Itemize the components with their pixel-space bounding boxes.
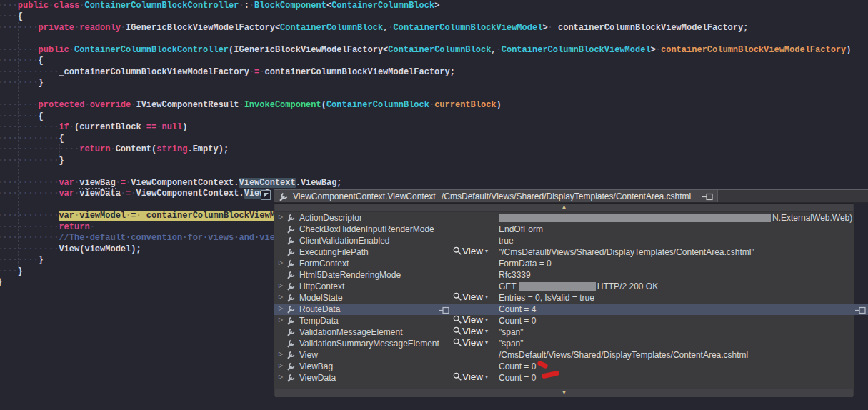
member-name: CheckBoxHiddenInputRenderMode	[299, 224, 434, 234]
code-line: ········protected·override·IViewComponen…	[0, 100, 851, 111]
datatip-row-FormContext[interactable]: ▷FormContextFormData = 0	[274, 258, 854, 269]
code-token: public	[39, 45, 69, 55]
code-token: ·	[121, 23, 126, 33]
member-value: Rfc3339	[452, 270, 854, 280]
code-token: {	[18, 11, 23, 21]
value-text: Count = 4	[499, 304, 536, 314]
indent-guide	[39, 122, 39, 255]
code-token: override	[90, 100, 131, 110]
datatip-row-Html5DateRenderingMode[interactable]: Html5DateRenderingModeRfc3339	[274, 269, 854, 281]
code-line: ············var·viewBag·=·ViewComponentC…	[0, 178, 851, 189]
value-text: "span"	[499, 339, 524, 349]
member-name: ActionDescriptor	[299, 213, 362, 223]
value-text: Count = 0	[499, 316, 536, 326]
code-token: .	[234, 178, 239, 188]
code-token: {	[39, 111, 44, 121]
wrench-icon	[286, 213, 296, 224]
member-name: HttpContext	[299, 281, 344, 291]
view-value-button[interactable]: View▾	[453, 246, 488, 256]
code-line: ············_containerColumnBlockViewMod…	[0, 67, 851, 79]
code-line: ········{	[0, 56, 851, 67]
expand-arrow-icon[interactable]: ▷	[279, 362, 283, 369]
value-text: FormData = 0	[499, 259, 552, 269]
code-token: string	[156, 144, 187, 154]
datatip-collapse-button[interactable]	[261, 190, 271, 200]
code-line	[0, 89, 851, 101]
expand-arrow-icon[interactable]: ▷	[279, 282, 283, 289]
code-token: ·	[239, 100, 244, 110]
scroll-up-strip[interactable]: ▲	[275, 204, 853, 212]
datatip-row-TempData[interactable]: ▷TempDataView▾Count = 0	[274, 315, 854, 326]
code-token: ············	[0, 244, 59, 254]
datatip-row-ValidationSummaryMessageElement[interactable]: ValidationSummaryMessageElementView▾"spa…	[274, 338, 854, 349]
pin-icon[interactable]	[702, 193, 713, 203]
code-token: ············	[0, 178, 59, 188]
code-token: null	[161, 122, 182, 132]
datatip-row-ActionDescriptor[interactable]: ▷ActionDescriptorN.ExternalWeb.Web)	[274, 212, 854, 224]
code-token: ····	[0, 1, 18, 11]
chevron-down-icon: ▾	[485, 339, 488, 346]
value-text: Entries = 0, IsValid = true	[499, 293, 594, 303]
code-token: ············	[0, 67, 59, 77]
datatip-row-CheckBoxHiddenInputRenderMode[interactable]: CheckBoxHiddenInputRenderModeEndOfForm	[274, 224, 854, 235]
wrench-icon	[286, 350, 296, 361]
chevron-down-icon: ▾	[485, 374, 488, 380]
code-token: viewData	[79, 189, 121, 199]
code-token: ,	[491, 45, 496, 55]
datatip-row-View[interactable]: ▷View/CmsDefault/Views/Shared/DisplayTem…	[274, 349, 854, 361]
datatip-row-ClientValidationEnabled[interactable]: ClientValidationEnabledtrue	[274, 235, 854, 246]
expand-arrow-icon[interactable]: ▷	[279, 294, 283, 300]
code-line: ············if·(currentBlock·==·null)	[0, 122, 851, 134]
datatip-row-ViewBag[interactable]: ▷ViewBagCount = 0	[274, 361, 854, 372]
scroll-down-strip[interactable]: ▼	[275, 389, 853, 397]
pin-icon[interactable]	[439, 306, 449, 316]
member-name: ClientValidationEnabled	[299, 236, 390, 246]
code-token: if	[59, 122, 69, 132]
view-value-button[interactable]: View▾	[453, 291, 488, 302]
view-label: View	[462, 291, 483, 302]
expand-arrow-icon[interactable]: ▷	[279, 374, 283, 380]
value-text: GET	[499, 281, 519, 291]
datatip-row-HttpContext[interactable]: ▷HttpContextGET HTTP/2 200 OK	[274, 281, 854, 292]
datatip-row-ValidationMessageElement[interactable]: ValidationMessageElementView▾"span"	[274, 326, 854, 338]
code-token: >	[542, 23, 547, 33]
view-value-button[interactable]: View▾	[453, 371, 488, 382]
datatip-header[interactable]: ViewComponentContext.ViewContext /CmsDef…	[274, 189, 868, 203]
datatip-row-ViewData[interactable]: ▷ViewDataView▾Count = 0	[274, 372, 854, 384]
code-token: ············	[0, 156, 59, 166]
wrench-icon	[286, 281, 296, 293]
expand-arrow-icon[interactable]: ▷	[279, 214, 283, 220]
code-token: var	[59, 178, 74, 188]
wrench-icon	[286, 316, 296, 327]
code-line: ········}	[0, 78, 851, 89]
pin-icon[interactable]	[855, 306, 866, 316]
code-token: viewModel	[79, 211, 126, 221]
datatip-row-ExecutingFilePath[interactable]: ExecutingFilePathView▾"/CmsDefault/Views…	[274, 246, 854, 258]
code-token: }	[39, 255, 44, 265]
code-token: ContainerColumnBlockViewModel	[394, 23, 543, 33]
view-value-button[interactable]: View▾	[453, 314, 488, 325]
datatip-header-tail	[717, 190, 868, 202]
code-token: ·	[548, 23, 553, 33]
view-value-button[interactable]: View▾	[453, 337, 488, 348]
code-token: )	[497, 100, 502, 110]
member-value: Count = 0	[452, 361, 854, 371]
indent-guide	[39, 66, 39, 78]
member-value: View▾Count = 0	[452, 316, 854, 326]
code-token: Content(	[116, 144, 157, 154]
code-token: InvokeComponent	[244, 100, 321, 110]
member-name: ExecutingFilePath	[299, 247, 369, 257]
wrench-icon	[279, 191, 289, 204]
datatip-row-RouteData[interactable]: ▷RouteDataCount = 4	[274, 304, 868, 315]
value-text: "/CmsDefault/Views/Shared/DisplayTemplat…	[499, 247, 754, 257]
expand-arrow-icon[interactable]: ▷	[279, 316, 283, 323]
code-token: ContainerColumnBlockController	[74, 45, 229, 55]
expand-arrow-icon[interactable]: ▷	[279, 351, 283, 357]
expand-arrow-icon[interactable]: ▷	[279, 305, 283, 311]
chevron-down-icon: ▾	[485, 316, 488, 323]
redacted-bar	[499, 214, 771, 222]
expand-arrow-icon[interactable]: ▷	[279, 259, 283, 266]
datatip-row-ModelState[interactable]: ▷ModelStateView▾Entries = 0, IsValid = t…	[274, 292, 854, 304]
value-text: "span"	[499, 327, 524, 337]
view-value-button[interactable]: View▾	[453, 326, 488, 336]
